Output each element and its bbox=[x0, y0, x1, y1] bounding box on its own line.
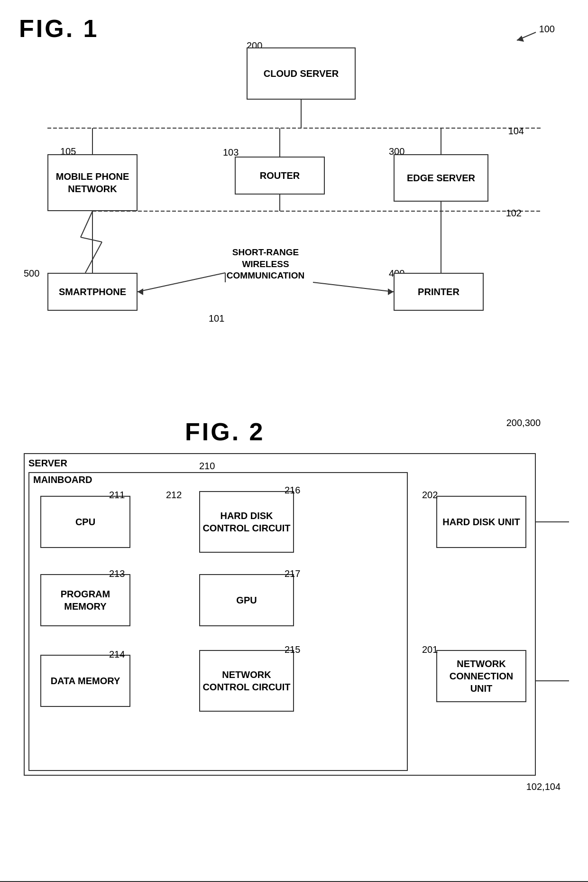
ref-500: 500 bbox=[24, 268, 39, 279]
program-memory-box: PROGRAM MEMORY bbox=[40, 574, 130, 626]
fig2-title: FIG. 2 bbox=[185, 418, 265, 446]
ref-200-300: 200,300 bbox=[506, 418, 541, 428]
server-label: SERVER bbox=[28, 458, 67, 469]
short-range-wireless-label: SHORT-RANGE WIRELESS COMMUNICATION bbox=[216, 247, 315, 282]
network-connection-box: NETWORK CONNECTION UNIT bbox=[436, 650, 526, 702]
ref-217: 217 bbox=[285, 568, 300, 579]
ref-216: 216 bbox=[285, 485, 300, 496]
fig1-section: FIG. 1 100 bbox=[19, 14, 569, 403]
mainboard-label: MAINBOARD bbox=[33, 474, 92, 485]
svg-line-12 bbox=[313, 282, 394, 292]
ref-212: 212 bbox=[166, 490, 182, 501]
page: FIG. 1 100 bbox=[0, 0, 588, 882]
svg-marker-13 bbox=[388, 288, 394, 295]
ref-102-104: 102,104 bbox=[526, 781, 560, 792]
hard-disk-control-box: HARD DISK CONTROL CIRCUIT bbox=[199, 491, 294, 553]
router-box: ROUTER bbox=[235, 157, 325, 195]
cpu-box: CPU bbox=[40, 496, 130, 548]
ref-210: 210 bbox=[199, 461, 215, 472]
fig2-section: FIG. 2 200,300 bbox=[19, 418, 569, 797]
fig1-title: FIG. 1 bbox=[19, 14, 569, 43]
ref-101: 101 bbox=[209, 313, 224, 324]
ref-215: 215 bbox=[285, 644, 300, 655]
svg-marker-14 bbox=[138, 288, 143, 295]
ref-211: 211 bbox=[109, 490, 125, 501]
ref-100: 100 bbox=[539, 24, 555, 35]
edge-server-box: EDGE SERVER bbox=[394, 154, 488, 202]
ref-202: 202 bbox=[422, 490, 438, 501]
hard-disk-unit-box: HARD DISK UNIT bbox=[436, 496, 526, 548]
svg-line-17 bbox=[85, 242, 102, 273]
svg-line-16 bbox=[81, 237, 102, 242]
network-control-box: NETWORK CONTROL CIRCUIT bbox=[199, 650, 294, 712]
ref-201: 201 bbox=[422, 644, 438, 655]
svg-line-10 bbox=[138, 273, 225, 292]
data-memory-box: DATA MEMORY bbox=[40, 655, 130, 707]
gpu-box: GPU bbox=[199, 574, 294, 626]
ref-213: 213 bbox=[109, 568, 125, 579]
svg-line-15 bbox=[81, 211, 92, 237]
cloud-server-box: CLOUD SERVER bbox=[247, 47, 356, 100]
smartphone-box: SMARTPHONE bbox=[47, 273, 138, 311]
mobile-phone-network-box: MOBILE PHONE NETWORK bbox=[47, 154, 138, 211]
ref-104: 104 bbox=[508, 126, 524, 137]
ref-102: 102 bbox=[506, 208, 522, 219]
printer-box: PRINTER bbox=[394, 273, 484, 311]
ref-214: 214 bbox=[109, 649, 125, 660]
